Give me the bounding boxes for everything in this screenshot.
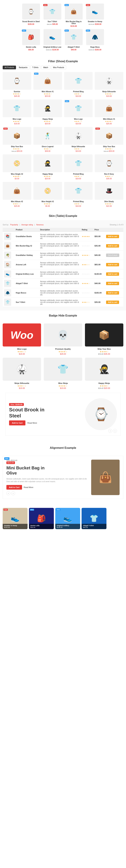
carousel-item[interactable]: New🎒 Denim Lolla $56.00 bbox=[21, 29, 41, 51]
product-action-cell[interactable]: Add to cart bbox=[105, 232, 123, 241]
filter-product-item[interactable]: 🥷 Happy Ninja ★★★★☆ $20.00 bbox=[33, 154, 62, 180]
product-price: $3.00 bbox=[3, 177, 31, 180]
product-name-cell: Grandfather Books bbox=[15, 232, 39, 241]
sort-link-date[interactable]: Newness bbox=[36, 224, 44, 226]
alignment-next-arrow[interactable]: › bbox=[11, 491, 15, 495]
badge-product-item[interactable]: Woo Woo Logo ★★★☆☆ $18.00 bbox=[3, 323, 41, 355]
product-action-cell[interactable]: Add to cart bbox=[105, 241, 123, 251]
badge-product-item[interactable]: 🥷 Happy Ninja ★★★★☆ $25.00$20.00 bbox=[85, 358, 123, 389]
alignment-hero: New Was: $515.00 $115.00 Mini Bucket Bag… bbox=[3, 456, 123, 499]
product-price-cell: $55.00 bbox=[93, 232, 105, 241]
col-product: Product bbox=[15, 228, 39, 232]
product-stars: ★★★★☆ bbox=[95, 120, 123, 122]
badge-product-item[interactable]: 💀 Premium Quality ★★★★☆ $28.00 bbox=[44, 323, 82, 355]
add-to-cart-button[interactable]: Add to cart bbox=[106, 291, 119, 294]
alignment-read-more-button[interactable]: Read More bbox=[24, 486, 33, 488]
product-stars: ★★★☆☆ bbox=[64, 120, 93, 122]
filter-product-item[interactable]: 👕 Printed Blog ★★★☆☆ $18.00 bbox=[64, 72, 93, 97]
filter-product-item[interactable]: 🥋 Ninja Silhouette ★★★☆☆ $19.00 bbox=[64, 127, 93, 152]
filter-product-item[interactable]: Sale📦 Ship Your Box ★★★★☆ $40.00$35.00 bbox=[95, 127, 123, 152]
alignment-price-badge: $115.00 bbox=[6, 461, 15, 464]
filter-product-item[interactable]: 🥷 Happy Ninja ★★★★☆ $20.00 bbox=[33, 99, 62, 125]
filter-product-item[interactable]: New👕 Woo Logo ★★★☆☆ $18.00 bbox=[64, 99, 93, 125]
filter-tab-3[interactable]: Watch bbox=[41, 66, 50, 69]
product-action-cell[interactable]: Add to cart bbox=[105, 288, 123, 298]
filter-product-item[interactable]: 🥋 Ninja Silhouette ★★★★☆ $19.00 bbox=[95, 72, 123, 97]
carousel-item[interactable]: Sale👟 Sneaker in Hemp $170.00$150.00 bbox=[85, 4, 105, 27]
product-action-cell[interactable]: Add to cart bbox=[105, 269, 123, 279]
filter-product-item[interactable]: 📀 Woo Single #2 ★★★★☆ $3.00 bbox=[3, 154, 31, 180]
hero-add-to-cart-button[interactable]: Add to Cart bbox=[9, 421, 25, 425]
add-to-cart-button[interactable]: Add to cart bbox=[106, 301, 119, 304]
filter-product-item[interactable]: 👕 Printed Blog ★★★☆☆ $18.00 bbox=[64, 154, 93, 180]
badge-product-item[interactable]: 👕 Woo Ninja ★★★★☆ $19.00 bbox=[44, 358, 82, 389]
product-desc-cell: Aenean sollicitudin, lorem quis bibendum… bbox=[39, 251, 80, 260]
product-name-cell: Hugo Bosco bbox=[15, 288, 39, 298]
add-to-cart-button[interactable]: Add to cart bbox=[106, 263, 119, 266]
filter-grid: ⌚ Sunrize ★★★★☆ $45.00New👜 Mini Album #1… bbox=[3, 72, 123, 207]
carousel-item[interactable]: New👕 Abigail T-Shirt $40.00 bbox=[64, 29, 83, 51]
product-name: Hugo Boss bbox=[85, 46, 105, 48]
product-price-cell: $35.00 bbox=[93, 241, 105, 251]
filter-product-item[interactable]: 🎩 Slim Shady ★★★★☆ $22.00 bbox=[95, 182, 123, 207]
alignment-section-title: Alignment Example bbox=[0, 443, 126, 452]
product-name: Ron It Sexy bbox=[95, 173, 123, 175]
filter-product-item[interactable]: 👕 Printed Blog ★★★☆☆ $18.00 bbox=[64, 182, 93, 207]
sale-badge: Sale bbox=[96, 128, 100, 130]
filter-product-item[interactable]: 🕺 Disco Legend ★★★☆☆ $38.00 bbox=[33, 127, 62, 152]
product-rating-cell: ☆☆☆☆☆ bbox=[80, 288, 93, 298]
add-to-cart-button[interactable]: Add to cart bbox=[106, 272, 119, 276]
add-to-cart-button[interactable]: Add to cart bbox=[106, 282, 119, 285]
price-orig: $40.00 bbox=[104, 150, 109, 152]
product-price: $40.00$35.00 bbox=[3, 150, 31, 152]
sort-link[interactable]: Popularity bbox=[10, 224, 18, 226]
price: $25.00 bbox=[14, 205, 20, 207]
product-stars: ★★★☆☆ bbox=[64, 175, 93, 177]
bottom-carousel-item[interactable]: New 👟 Original Artillery $130.00 bbox=[55, 508, 80, 529]
add-to-cart-button[interactable]: Add to cart bbox=[106, 235, 119, 238]
product-action-cell[interactable]: Out of stock bbox=[105, 251, 123, 260]
product-name: Ninja Silhouette bbox=[95, 91, 123, 93]
filter-product-item[interactable]: 👕 Woo Logo ★★★★☆ $18.00 bbox=[3, 99, 31, 125]
product-price-cell: $130.00 bbox=[93, 269, 105, 279]
hero-prev-arrow[interactable]: ‹ bbox=[108, 429, 112, 433]
product-action-cell[interactable]: Add to cart bbox=[105, 298, 123, 307]
filter-tab-4[interactable]: Woo Products bbox=[51, 66, 66, 69]
filter-product-item[interactable]: 👜 Mini Album #1 ★★★★☆ $25.00 bbox=[95, 99, 123, 125]
product-action-cell[interactable]: Add to cart bbox=[105, 279, 123, 288]
product-image: 🎩 bbox=[95, 182, 123, 200]
carousel-item[interactable]: New🧥 Hugo Boss $180.00$165.00 bbox=[85, 29, 105, 51]
hero-title: Scout Brook in Steel bbox=[9, 407, 85, 418]
carousel-item[interactable]: ⌚ Scout Brook in Steel $105.00 bbox=[21, 4, 41, 27]
filter-tab-2[interactable]: T-Shirts bbox=[30, 66, 40, 69]
badge-product-item[interactable]: 📦 Ship Your Box ★★★★☆ $40.00$35.00 bbox=[85, 323, 123, 355]
bottom-carousel-item[interactable]: 👕 Abigail T-Shirt $40.00 bbox=[81, 508, 106, 529]
carousel-item[interactable]: New👜 Mini Bucket Bag in Olive $115.00 bbox=[64, 4, 83, 27]
product-price: $38.00 bbox=[33, 150, 62, 152]
sort-link-rating[interactable]: Average rating bbox=[22, 224, 33, 226]
product-price: $25.00$20.00 bbox=[85, 387, 123, 389]
filter-product-item[interactable]: Sale📦 Ship Your Box ★★★★☆ $40.00$35.00 bbox=[3, 127, 31, 152]
filter-product-item[interactable]: ⌚ Sunrize ★★★★☆ $45.00 bbox=[3, 72, 31, 97]
filter-product-item[interactable]: 📀 Woo Height #2 ★★★★☆ $5.00 bbox=[33, 182, 62, 207]
new-badge: New bbox=[34, 73, 39, 75]
hero-next-arrow[interactable]: › bbox=[113, 429, 117, 433]
carousel-item[interactable]: 👟 Original Artillery Low $150.00$130.00 bbox=[43, 29, 62, 51]
bottom-carousel-item[interactable]: New 🎒 Denim Lolla $56.00 bbox=[29, 508, 54, 529]
product-action-cell[interactable]: Add to cart bbox=[105, 260, 123, 269]
filter-product-item[interactable]: 👜 Mini Album #2 ★★★☆☆ $25.00 bbox=[3, 182, 31, 207]
alignment-add-to-cart-button[interactable]: Add to Cart bbox=[6, 485, 22, 490]
product-image-cell: 📚 bbox=[3, 232, 15, 241]
carousel-item[interactable]: Sale👕 Sue T-Shirt $40.00$35.00 bbox=[43, 4, 62, 27]
bottom-carousel-item[interactable]: Sale 👟 Sneaker in Hemp $150.00 bbox=[3, 508, 28, 529]
hero-read-more-button[interactable]: Read More bbox=[27, 422, 37, 424]
filter-tab-1[interactable]: Backpacks bbox=[17, 66, 29, 69]
filter-tab-0[interactable]: All Products bbox=[3, 66, 16, 69]
add-to-cart-button[interactable]: Add to cart bbox=[106, 244, 119, 248]
alignment-image: 👜 bbox=[91, 460, 120, 495]
filter-product-item[interactable]: ⌚ Ron It Sexy ★★★☆☆ $35.00 bbox=[95, 154, 123, 180]
product-image-cell: 🌴 bbox=[3, 251, 15, 260]
alignment-prev-arrow[interactable]: ‹ bbox=[6, 491, 10, 495]
badge-product-item[interactable]: 🥋 Ninja Silhouette ★★★☆☆ $19.00 bbox=[3, 358, 41, 389]
filter-product-item[interactable]: New👜 Mini Album #1 ★★★★☆ $25.00 bbox=[33, 72, 62, 97]
